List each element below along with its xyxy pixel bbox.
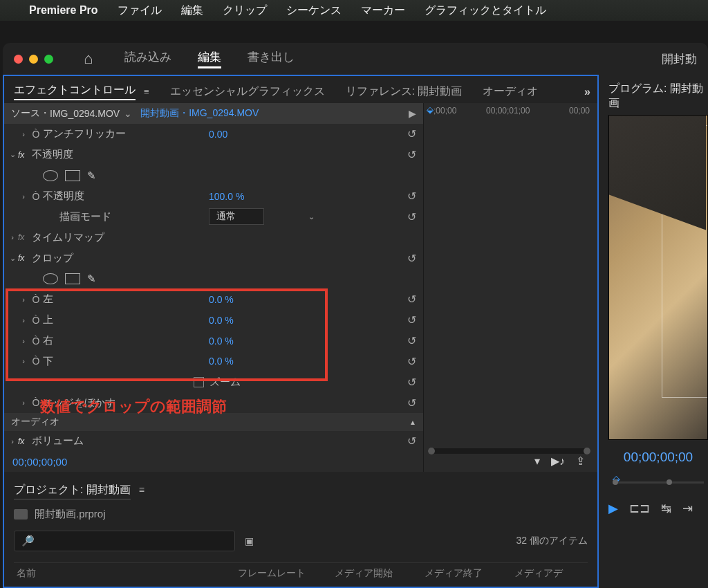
export-icon[interactable]: ⇪ bbox=[576, 454, 585, 468]
fx-badge-icon[interactable]: fx bbox=[18, 437, 32, 446]
ec-timecode[interactable]: 00;00;00;00 bbox=[12, 456, 67, 468]
ellipse-mask-icon[interactable] bbox=[43, 273, 58, 284]
pen-mask-icon[interactable]: ✎ bbox=[87, 169, 96, 182]
blend-dropdown[interactable]: 通常 bbox=[209, 208, 264, 225]
chevron-down-icon[interactable]: ⌄ bbox=[124, 108, 132, 119]
reset-icon[interactable]: ↺ bbox=[407, 127, 416, 140]
stopwatch-icon[interactable]: Ò bbox=[29, 294, 43, 305]
reset-icon[interactable]: ↺ bbox=[407, 293, 416, 306]
stopwatch-icon[interactable]: Ò bbox=[29, 191, 43, 202]
sequence-clip[interactable]: 開封動画・IMG_0294.MOV bbox=[140, 107, 259, 120]
stopwatch-icon[interactable]: Ò bbox=[29, 129, 43, 140]
fx-badge-icon[interactable]: fx bbox=[18, 253, 32, 263]
close-icon[interactable] bbox=[14, 55, 23, 64]
tab-export[interactable]: 書き出し bbox=[248, 49, 295, 68]
col-media-dur[interactable]: メディアデ bbox=[514, 567, 563, 580]
fx-badge-icon[interactable]: fx bbox=[18, 232, 32, 242]
playhead-icon[interactable]: ⬙ bbox=[427, 104, 434, 115]
expand-icon[interactable]: › bbox=[18, 357, 29, 365]
source-clip[interactable]: IMG_0294.MOV bbox=[50, 108, 120, 119]
stopwatch-icon[interactable]: Ò bbox=[29, 315, 43, 326]
tabs-overflow-icon[interactable]: » bbox=[584, 86, 590, 98]
collapse-icon[interactable]: ⌄ bbox=[7, 150, 18, 159]
play-icon[interactable]: ▶ bbox=[409, 108, 416, 119]
program-ruler[interactable]: ⬙ bbox=[608, 473, 708, 484]
tab-effect-controls[interactable]: エフェクトコントロール bbox=[14, 83, 136, 100]
stopwatch-icon[interactable]: Ò bbox=[29, 336, 43, 347]
menu-sequence[interactable]: シーケンス bbox=[286, 3, 342, 18]
expand-icon[interactable]: › bbox=[7, 233, 18, 241]
rect-mask-icon[interactable] bbox=[65, 273, 80, 284]
stopwatch-icon[interactable]: Ò bbox=[29, 356, 43, 367]
reset-icon[interactable]: ↺ bbox=[407, 355, 416, 368]
new-bin-icon[interactable]: ▣ bbox=[245, 535, 254, 546]
opacity-value[interactable]: 100.0 % bbox=[209, 191, 244, 202]
pen-mask-icon[interactable]: ✎ bbox=[87, 273, 96, 285]
reset-icon[interactable]: ↺ bbox=[407, 376, 416, 389]
reset-icon[interactable]: ↺ bbox=[407, 313, 416, 327]
col-framerate[interactable]: フレームレート bbox=[238, 567, 335, 580]
col-name[interactable]: 名前 bbox=[17, 567, 238, 580]
reset-icon[interactable]: ↺ bbox=[407, 434, 416, 448]
filter-icon[interactable]: ▾ bbox=[534, 454, 540, 468]
reset-icon[interactable]: ↺ bbox=[407, 148, 416, 161]
panel-menu-icon[interactable]: ≡ bbox=[144, 86, 149, 97]
program-timecode[interactable]: 00;00;00;00 bbox=[608, 450, 708, 465]
crop-top-value[interactable]: 0.0 % bbox=[209, 315, 234, 326]
reset-icon[interactable]: ↺ bbox=[407, 334, 416, 347]
effect-timeline-ruler[interactable]: ⬙ ;00;00 00;00;01;00 00;00 bbox=[424, 103, 597, 121]
zoom-handle-left[interactable] bbox=[613, 479, 618, 485]
project-panel-title[interactable]: プロジェクト: 開封動画 bbox=[14, 483, 131, 499]
reset-icon[interactable]: ↺ bbox=[407, 396, 416, 410]
col-media-end[interactable]: メディア終了 bbox=[425, 567, 514, 580]
reset-icon[interactable]: ↺ bbox=[407, 252, 416, 265]
app-name[interactable]: Premiere Pro bbox=[29, 4, 98, 17]
program-title[interactable]: プログラム: 開封動画 bbox=[608, 75, 708, 115]
home-icon[interactable]: ⌂ bbox=[84, 50, 93, 68]
tab-import[interactable]: 読み込み bbox=[124, 49, 171, 68]
menu-clip[interactable]: クリップ bbox=[223, 3, 267, 18]
play-audio-icon[interactable]: ▶♪ bbox=[551, 454, 565, 468]
expand-icon[interactable]: › bbox=[18, 316, 29, 324]
reset-icon[interactable]: ↺ bbox=[407, 210, 416, 223]
overwrite-icon[interactable]: ⇥ bbox=[682, 501, 693, 516]
crop-left-value[interactable]: 0.0 % bbox=[209, 294, 234, 305]
maximize-icon[interactable] bbox=[44, 55, 53, 64]
expand-icon[interactable]: › bbox=[18, 398, 29, 407]
expand-icon[interactable]: › bbox=[18, 337, 29, 345]
ellipse-mask-icon[interactable] bbox=[43, 170, 58, 181]
insert-icon[interactable]: ↹ bbox=[661, 501, 671, 516]
minimize-icon[interactable] bbox=[29, 55, 38, 64]
menu-file[interactable]: ファイル bbox=[118, 3, 162, 18]
menu-marker[interactable]: マーカー bbox=[361, 3, 405, 18]
col-media-start[interactable]: メディア開始 bbox=[335, 567, 425, 580]
crop-bottom-value[interactable]: 0.0 % bbox=[209, 356, 234, 367]
program-monitor[interactable] bbox=[608, 115, 708, 440]
zoom-checkbox[interactable] bbox=[194, 377, 204, 387]
reset-icon[interactable]: ↺ bbox=[407, 190, 416, 203]
expand-icon[interactable]: › bbox=[18, 192, 29, 201]
zoom-handle-right[interactable] bbox=[667, 479, 672, 485]
mark-in-icon[interactable]: ⊏⊐ bbox=[629, 501, 650, 516]
fx-badge-icon[interactable]: fx bbox=[18, 150, 32, 160]
add-marker-icon[interactable]: ▶ bbox=[608, 501, 618, 516]
panel-menu-icon[interactable]: ≡ bbox=[139, 484, 145, 495]
ruler-bar[interactable] bbox=[613, 481, 704, 484]
tab-edit[interactable]: 編集 bbox=[198, 49, 221, 68]
menu-graphics[interactable]: グラフィックとタイトル bbox=[425, 3, 546, 18]
chevron-down-icon[interactable]: ⌄ bbox=[308, 212, 315, 221]
scroll-handle-left[interactable] bbox=[428, 448, 435, 454]
tab-essential-graphics[interactable]: エッセンシャルグラフィックス bbox=[170, 84, 325, 99]
collapse-icon[interactable]: ⌄ bbox=[7, 254, 18, 263]
expand-icon[interactable]: › bbox=[18, 130, 29, 138]
menu-edit[interactable]: 編集 bbox=[181, 3, 203, 18]
crop-right-value[interactable]: 0.0 % bbox=[209, 336, 234, 347]
effect-timeline[interactable]: ⬙ ;00;00 00;00;01;00 00;00 ▾ ▶♪ ⇪ bbox=[423, 103, 597, 472]
expand-icon[interactable]: › bbox=[18, 295, 29, 304]
project-search-input[interactable]: 🔎 bbox=[14, 531, 235, 551]
tab-reference[interactable]: リファレンス: 開封動画 bbox=[346, 84, 463, 99]
expand-icon[interactable]: › bbox=[7, 437, 18, 445]
tab-audio[interactable]: オーディオ bbox=[483, 84, 538, 99]
antiflicker-value[interactable]: 0.00 bbox=[209, 129, 227, 140]
rect-mask-icon[interactable] bbox=[65, 170, 80, 181]
